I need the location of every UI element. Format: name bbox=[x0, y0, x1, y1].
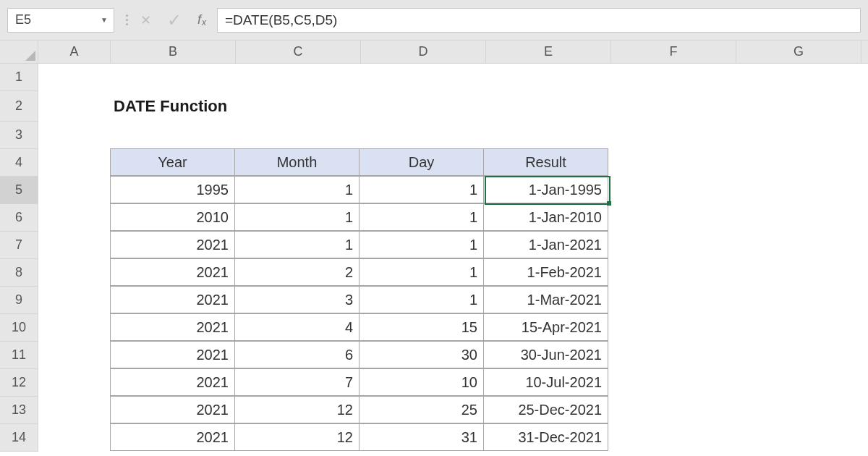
row-header-4[interactable]: 4 bbox=[0, 149, 38, 177]
row-header-6[interactable]: 6 bbox=[0, 204, 38, 232]
cell-C14[interactable]: 12 bbox=[234, 423, 359, 451]
cell-D10[interactable]: 15 bbox=[359, 313, 484, 341]
cell-D14[interactable]: 31 bbox=[359, 423, 484, 451]
cell-C5[interactable]: 1 bbox=[234, 176, 359, 203]
col-header-D[interactable]: D bbox=[361, 41, 486, 63]
cell-B13[interactable]: 2021 bbox=[110, 396, 235, 423]
cell-C9[interactable]: 3 bbox=[234, 286, 359, 313]
row-8: 2021 2 1 1-Feb-2021 bbox=[38, 259, 868, 287]
chevron-down-icon[interactable]: ▼ bbox=[101, 16, 108, 24]
cell-E12[interactable]: 10-Jul-2021 bbox=[483, 368, 608, 396]
row-header-13[interactable]: 13 bbox=[0, 397, 38, 424]
cell-B6[interactable]: 2010 bbox=[110, 203, 235, 231]
col-header-G[interactable]: G bbox=[736, 41, 861, 63]
col-header-B[interactable]: B bbox=[111, 41, 236, 63]
cell-A2[interactable] bbox=[38, 91, 111, 122]
header-day[interactable]: Day bbox=[359, 148, 484, 176]
row-header-12[interactable]: 12 bbox=[0, 369, 38, 397]
col-header-E[interactable]: E bbox=[486, 41, 611, 63]
cancel-icon[interactable]: ✕ bbox=[140, 12, 151, 28]
cell-D13[interactable]: 25 bbox=[359, 396, 484, 423]
cell-E8[interactable]: 1-Feb-2021 bbox=[483, 258, 608, 286]
row-2: DATE Function bbox=[38, 91, 868, 122]
cell-C8[interactable]: 2 bbox=[234, 258, 359, 286]
cell-B14[interactable]: 2021 bbox=[110, 423, 235, 451]
cell-D8[interactable]: 1 bbox=[359, 258, 484, 286]
cell-A14[interactable] bbox=[38, 424, 111, 452]
cell-A12[interactable] bbox=[38, 369, 111, 397]
row-header-11[interactable]: 11 bbox=[0, 342, 38, 369]
cell-E7[interactable]: 1-Jan-2021 bbox=[483, 231, 608, 258]
cell-B5[interactable]: 1995 bbox=[110, 176, 235, 203]
row-header-8[interactable]: 8 bbox=[0, 259, 38, 287]
divider-dots bbox=[126, 11, 129, 30]
select-all-triangle[interactable] bbox=[0, 41, 38, 63]
cell-C10[interactable]: 4 bbox=[234, 313, 359, 341]
name-box[interactable]: E5 ▼ bbox=[7, 8, 114, 33]
cell-B11[interactable]: 2021 bbox=[110, 341, 235, 368]
header-result[interactable]: Result bbox=[483, 148, 608, 176]
row-header-14[interactable]: 14 bbox=[0, 424, 38, 452]
cell-E6[interactable]: 1-Jan-2010 bbox=[483, 203, 608, 231]
formula-input[interactable]: =DATE(B5,C5,D5) bbox=[217, 8, 861, 33]
header-month[interactable]: Month bbox=[234, 148, 359, 176]
row-header-2[interactable]: 2 bbox=[0, 91, 38, 122]
cell-A8[interactable] bbox=[38, 259, 111, 287]
cell-C11[interactable]: 6 bbox=[234, 341, 359, 368]
cell-area[interactable]: DATE Function Year Month Day Result 1995… bbox=[38, 64, 868, 452]
cell-E9[interactable]: 1-Mar-2021 bbox=[483, 286, 608, 313]
cell-D9[interactable]: 1 bbox=[359, 286, 484, 313]
row-3 bbox=[38, 122, 868, 149]
fx-icon[interactable]: f bbox=[197, 12, 205, 28]
header-year[interactable]: Year bbox=[110, 148, 235, 176]
cell-B8[interactable]: 2021 bbox=[110, 258, 235, 286]
cell-A5[interactable] bbox=[38, 177, 111, 204]
cell-B7[interactable]: 2021 bbox=[110, 231, 235, 258]
row-header-1[interactable]: 1 bbox=[0, 64, 38, 91]
cell-E11[interactable]: 30-Jun-2021 bbox=[483, 341, 608, 368]
cell-A9[interactable] bbox=[38, 287, 111, 314]
col-header-A[interactable]: A bbox=[38, 41, 111, 63]
cell-A13[interactable] bbox=[38, 397, 111, 424]
cell-E10[interactable]: 15-Apr-2021 bbox=[483, 313, 608, 341]
title-cell[interactable]: DATE Function bbox=[111, 91, 611, 122]
spreadsheet-grid: 1 2 3 4 5 6 7 8 9 10 11 12 13 14 DATE Fu… bbox=[0, 64, 868, 452]
cell-C7[interactable]: 1 bbox=[234, 231, 359, 258]
row-header-3[interactable]: 3 bbox=[0, 122, 38, 149]
cell-A7[interactable] bbox=[38, 232, 111, 259]
name-box-value: E5 bbox=[15, 12, 31, 28]
cell-A10[interactable] bbox=[38, 314, 111, 342]
cell-B9[interactable]: 2021 bbox=[110, 286, 235, 313]
row-5: 1995 1 1 1-Jan-1995 bbox=[38, 177, 868, 204]
row-header-7[interactable]: 7 bbox=[0, 232, 38, 259]
row-header-5[interactable]: 5 bbox=[0, 177, 38, 204]
cell-D12[interactable]: 10 bbox=[359, 368, 484, 396]
cell-D6[interactable]: 1 bbox=[359, 203, 484, 231]
row-6: 2010 1 1 1-Jan-2010 bbox=[38, 204, 868, 232]
cell-E5[interactable]: 1-Jan-1995 bbox=[483, 176, 608, 203]
cell-A11[interactable] bbox=[38, 342, 111, 369]
cell-D11[interactable]: 30 bbox=[359, 341, 484, 368]
col-header-C[interactable]: C bbox=[236, 41, 361, 63]
cell-D5[interactable]: 1 bbox=[359, 176, 484, 203]
cell-B10[interactable]: 2021 bbox=[110, 313, 235, 341]
row-10: 2021 4 15 15-Apr-2021 bbox=[38, 314, 868, 342]
cell-E14[interactable]: 31-Dec-2021 bbox=[483, 423, 608, 451]
row-headers: 1 2 3 4 5 6 7 8 9 10 11 12 13 14 bbox=[0, 64, 38, 452]
row-header-10[interactable]: 10 bbox=[0, 314, 38, 342]
confirm-icon[interactable]: ✓ bbox=[167, 10, 182, 30]
cell-E13[interactable]: 25-Dec-2021 bbox=[483, 396, 608, 423]
cell-B12[interactable]: 2021 bbox=[110, 368, 235, 396]
row-1 bbox=[38, 64, 868, 91]
formula-bar: E5 ▼ ✕ ✓ f =DATE(B5,C5,D5) bbox=[0, 0, 868, 41]
cell-C12[interactable]: 7 bbox=[234, 368, 359, 396]
col-header-F[interactable]: F bbox=[611, 41, 736, 63]
cell-D7[interactable]: 1 bbox=[359, 231, 484, 258]
cell-C13[interactable]: 12 bbox=[234, 396, 359, 423]
cell-C6[interactable]: 1 bbox=[234, 203, 359, 231]
column-headers: A B C D E F G bbox=[0, 41, 868, 64]
row-header-9[interactable]: 9 bbox=[0, 287, 38, 314]
row-7: 2021 1 1 1-Jan-2021 bbox=[38, 232, 868, 259]
cell-A4[interactable] bbox=[38, 149, 111, 177]
cell-A6[interactable] bbox=[38, 204, 111, 232]
